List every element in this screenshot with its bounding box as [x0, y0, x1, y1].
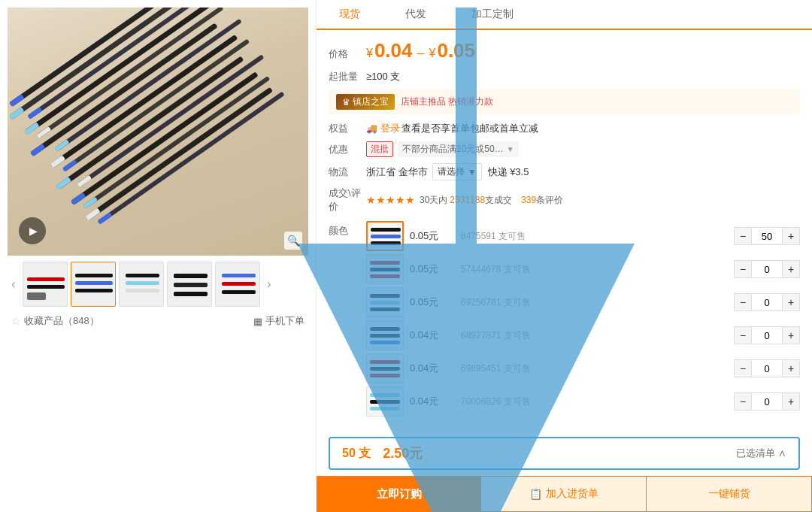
svg-rect-54: [370, 327, 400, 331]
thumbnail-1[interactable]: [23, 262, 68, 307]
thumbnail-4[interactable]: [167, 262, 212, 307]
favorite-text: 收藏产品（848）: [24, 314, 99, 328]
review-unit: 条评价: [536, 194, 563, 207]
svg-rect-59: [370, 374, 400, 377]
qty-increase-6[interactable]: +: [782, 392, 800, 411]
svg-rect-48: [370, 261, 400, 265]
color-row-3: 0.05元 69256781 支可售 − +: [366, 287, 800, 317]
badge-row: ♛ 镇店之宝 店铺主推品 热销潜力款: [329, 89, 800, 114]
svg-rect-25: [77, 175, 92, 187]
one-click-store-button[interactable]: 一键铺货: [647, 476, 812, 512]
svg-rect-26: [71, 192, 86, 205]
logistics-select-dropdown[interactable]: 请选择 ▼: [432, 163, 482, 180]
qty-increase-1[interactable]: +: [782, 227, 800, 245]
moq-row: 起批量 ≥100 支: [329, 70, 800, 83]
qty-increase-2[interactable]: +: [782, 260, 800, 278]
svg-rect-17: [27, 107, 42, 119]
thumb-prev-arrow[interactable]: ‹: [8, 262, 20, 307]
qty-decrease-5[interactable]: −: [734, 359, 752, 377]
selected-list-button[interactable]: 已选清单 ∧: [736, 447, 786, 460]
qty-input-6[interactable]: [752, 392, 782, 411]
play-button[interactable]: [19, 217, 46, 244]
mobile-order-action[interactable]: ▦ 手机下单: [253, 314, 304, 328]
price-high: 0.05: [437, 39, 475, 62]
ship-icon: 🚚: [366, 123, 377, 134]
logistics-row: 物流 浙江省 金华市 请选择 ▼ 快递 ¥3.5: [329, 163, 800, 180]
qty-input-2[interactable]: [752, 260, 782, 278]
svg-rect-28: [85, 208, 100, 220]
svg-rect-35: [75, 289, 113, 292]
qty-control-6: − +: [734, 392, 800, 411]
svg-rect-57: [370, 360, 400, 364]
qty-input-3[interactable]: [752, 293, 782, 311]
logistics-location: 浙江省 金华市: [366, 165, 428, 179]
svg-rect-58: [370, 367, 400, 371]
moq-value: ≥100 支: [366, 70, 400, 83]
cart-label: 加入进货单: [546, 487, 598, 501]
thumbnail-3[interactable]: [119, 262, 164, 307]
tab-daifa[interactable]: 代发: [383, 0, 449, 29]
svg-rect-55: [370, 334, 400, 338]
qty-decrease-2[interactable]: −: [734, 260, 752, 278]
svg-rect-47: [371, 241, 401, 245]
price-low-symbol: ¥: [366, 47, 373, 60]
svg-rect-52: [370, 301, 400, 304]
svg-rect-29: [97, 212, 112, 224]
qty-decrease-4[interactable]: −: [734, 326, 752, 344]
svg-rect-51: [370, 294, 400, 298]
zoom-button[interactable]: 🔍: [284, 232, 302, 250]
color-thumb-4[interactable]: [366, 320, 404, 350]
discount-dropdown-arrow[interactable]: ▼: [507, 145, 514, 153]
qty-control-2: − +: [734, 260, 800, 278]
color-stock-5: 69895451 支可售: [461, 362, 728, 375]
badge-tags: 店铺主推品 热销潜力款: [401, 95, 493, 108]
qty-increase-4[interactable]: +: [782, 326, 800, 344]
tab-xianhuo[interactable]: 现货: [317, 0, 383, 30]
benefit-label: 权益: [329, 122, 366, 135]
discount-desc[interactable]: 不部分商品满10元或50… ▼: [398, 141, 519, 157]
qty-input-5[interactable]: [752, 359, 782, 377]
qty-decrease-6[interactable]: −: [734, 392, 752, 411]
logistics-express: 快递 ¥3.5: [488, 165, 529, 179]
qty-increase-5[interactable]: +: [782, 359, 800, 377]
favorite-action[interactable]: ☆ 收藏产品（848）: [11, 314, 99, 328]
color-section: 颜色 0.05元 8475591 支可售: [329, 221, 800, 417]
color-row-4: 0.04元 68927871 支可售 − +: [366, 320, 800, 350]
svg-rect-32: [27, 292, 46, 300]
color-header: 颜色 0.05元 8475591 支可售: [329, 221, 800, 417]
svg-rect-34: [75, 281, 113, 285]
svg-rect-16: [9, 107, 24, 120]
add-to-cart-button[interactable]: 📋 加入进货单: [481, 476, 647, 512]
color-price-2: 0.05元: [410, 262, 455, 276]
price-label: 价格: [329, 47, 366, 61]
color-thumb-5[interactable]: [366, 353, 404, 383]
discount-tag: 混批: [366, 141, 393, 157]
logistics-select-label: 请选择: [438, 165, 465, 178]
buy-now-button[interactable]: 立即订购: [317, 476, 481, 512]
qty-decrease-1[interactable]: −: [734, 227, 752, 245]
main-product-image: 🔍: [8, 8, 308, 256]
trade-count: 2531188: [450, 195, 485, 205]
thumbnail-2[interactable]: [71, 262, 116, 307]
tab-jiagong[interactable]: 加工定制: [449, 0, 536, 29]
login-link[interactable]: 登录: [380, 122, 400, 135]
color-thumb-1[interactable]: [366, 221, 404, 251]
thumbnail-5[interactable]: [215, 262, 260, 307]
svg-rect-23: [62, 159, 77, 171]
svg-rect-22: [50, 155, 65, 168]
star-rating: ★★★★★: [366, 194, 415, 206]
qty-input-1[interactable]: [752, 227, 782, 245]
color-thumb-6[interactable]: [366, 386, 404, 417]
color-thumb-2[interactable]: [366, 254, 404, 284]
thumb-next-arrow[interactable]: ›: [263, 262, 275, 307]
svg-rect-53: [370, 308, 400, 311]
logistics-dropdown-arrow: ▼: [468, 167, 477, 177]
svg-rect-27: [83, 197, 98, 209]
color-thumb-3[interactable]: [366, 287, 404, 317]
left-panel: 🔍 ‹: [0, 0, 316, 512]
qty-input-4[interactable]: [752, 326, 782, 344]
qty-decrease-3[interactable]: −: [734, 293, 752, 311]
svg-rect-49: [370, 268, 400, 271]
price-dash: –: [417, 45, 425, 61]
qty-increase-3[interactable]: +: [782, 293, 800, 311]
